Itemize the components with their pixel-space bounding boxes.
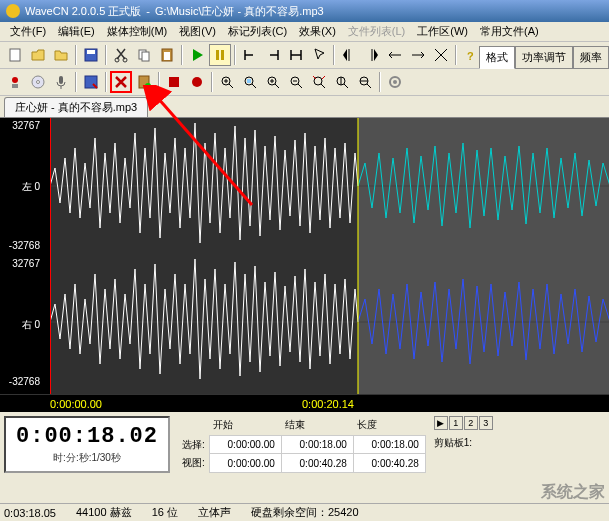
zoom-v-out-button[interactable] <box>354 71 376 93</box>
tab-format[interactable]: 格式 <box>479 46 515 69</box>
svg-rect-20 <box>169 77 179 87</box>
zoom-out-button[interactable] <box>285 71 307 93</box>
menu-media[interactable]: 媒体控制(M) <box>101 23 174 40</box>
delete-button[interactable] <box>110 71 132 93</box>
menu-marklist[interactable]: 标记列表(C) <box>222 23 293 40</box>
new-icon <box>7 47 23 63</box>
col-start: 开始 <box>209 416 281 435</box>
statusbar: 0:03:18.05 44100 赫兹 16 位 立体声 硬盘剩余空间：2542… <box>0 503 609 521</box>
marker-both-button[interactable] <box>285 44 307 66</box>
menu-filelist[interactable]: 文件列表(L) <box>342 23 411 40</box>
ruler-start: 0:00:00.00 <box>50 398 102 410</box>
sel-expand-l-button[interactable] <box>384 44 406 66</box>
marker-start-button[interactable] <box>239 44 261 66</box>
time-ruler[interactable]: 0:00:00.00 0:00:20.14 <box>0 394 609 412</box>
copy-button[interactable] <box>133 44 155 66</box>
stop-button[interactable] <box>163 71 185 93</box>
zoom-all-button[interactable] <box>308 71 330 93</box>
record-icon <box>189 74 205 90</box>
sel-end-value[interactable]: 0:00:18.00 <box>281 435 353 454</box>
svg-rect-16 <box>59 76 63 84</box>
status-samplerate: 44100 赫兹 <box>76 505 132 520</box>
paste-button[interactable] <box>156 44 178 66</box>
view-len-value[interactable]: 0:00:40.28 <box>353 454 425 473</box>
sel-expand-r-button[interactable] <box>407 44 429 66</box>
menu-view[interactable]: 视图(V) <box>173 23 222 40</box>
row-view-label: 视图: <box>178 454 209 473</box>
col-len: 长度 <box>353 416 425 435</box>
marker-end-icon <box>265 47 281 63</box>
status-diskspace: 硬盘剩余空间：25420 <box>251 505 359 520</box>
svg-point-21 <box>192 77 202 87</box>
label-right: 右 0 <box>0 318 40 332</box>
menu-file[interactable]: 文件(F) <box>4 23 52 40</box>
nav-page-3[interactable]: 3 <box>479 416 493 430</box>
menu-effect[interactable]: 效果(X) <box>293 23 342 40</box>
record-button[interactable] <box>186 71 208 93</box>
sel-right-button[interactable] <box>361 44 383 66</box>
zoom-v-out-icon <box>357 74 373 90</box>
nav-page-2[interactable]: 2 <box>464 416 478 430</box>
separator <box>211 72 213 92</box>
folder-open-icon <box>30 47 46 63</box>
sel-shrink-button[interactable] <box>430 44 452 66</box>
sel-start-value[interactable]: 0:00:00.00 <box>209 435 281 454</box>
tab-freq[interactable]: 频率 <box>573 46 609 69</box>
play-button[interactable] <box>186 44 208 66</box>
cursor-button[interactable] <box>308 44 330 66</box>
zoom-sel-button[interactable] <box>239 71 261 93</box>
svg-rect-6 <box>142 52 149 61</box>
record-device-icon <box>7 74 23 90</box>
marker-end-button[interactable] <box>262 44 284 66</box>
svg-rect-24 <box>247 79 251 83</box>
save-as-icon <box>83 74 99 90</box>
nav-page-1[interactable]: 1 <box>449 416 463 430</box>
col-end: 结束 <box>281 416 353 435</box>
settings-button[interactable] <box>384 71 406 93</box>
save-as-button[interactable] <box>80 71 102 93</box>
sel-len-value[interactable]: 0:00:18.00 <box>353 435 425 454</box>
sel-left-button[interactable] <box>338 44 360 66</box>
menu-edit[interactable]: 编辑(E) <box>52 23 101 40</box>
status-bits: 16 位 <box>152 505 178 520</box>
record-device-button[interactable] <box>4 71 26 93</box>
svg-rect-10 <box>221 50 224 60</box>
paste-icon <box>159 47 175 63</box>
zoom-v-in-button[interactable] <box>331 71 353 93</box>
tab-power[interactable]: 功率调节 <box>515 46 573 69</box>
nav-play-button[interactable]: ▶ <box>434 416 448 430</box>
sel-expand-r-icon <box>410 47 426 63</box>
timecode-display: 0:00:18.02 时:分:秒:1/30秒 <box>4 416 170 473</box>
copy-icon <box>136 47 152 63</box>
svg-point-31 <box>393 80 397 84</box>
save-button[interactable] <box>80 44 102 66</box>
cursor-icon <box>311 47 327 63</box>
open-folder-button[interactable] <box>50 44 72 66</box>
menubar: 文件(F) 编辑(E) 媒体控制(M) 视图(V) 标记列表(C) 效果(X) … <box>0 22 609 42</box>
view-start-value[interactable]: 0:00:00.00 <box>209 454 281 473</box>
new-button[interactable] <box>4 44 26 66</box>
separator <box>105 45 107 65</box>
cut-button[interactable] <box>110 44 132 66</box>
waveform-canvas[interactable] <box>50 118 609 394</box>
folder-icon <box>53 47 69 63</box>
menu-commonfile[interactable]: 常用文件(A) <box>474 23 545 40</box>
file-tab[interactable]: 庄心妍 - 真的不容易.mp3 <box>4 97 148 117</box>
waveform-area[interactable]: 32767 左 0 -32768 32767 右 0 -32768 <box>0 118 609 394</box>
paste-new-button[interactable] <box>133 71 155 93</box>
save-icon <box>83 47 99 63</box>
mic-button[interactable] <box>50 71 72 93</box>
zoom-in-button[interactable] <box>262 71 284 93</box>
view-end-value[interactable]: 0:00:40.28 <box>281 454 353 473</box>
cd-button[interactable] <box>27 71 49 93</box>
toolbar-2 <box>0 69 609 96</box>
label-r-min: -32768 <box>0 376 40 387</box>
watermark: 系统之家 <box>541 482 605 503</box>
menu-workspace[interactable]: 工作区(W) <box>411 23 474 40</box>
zoom-fit-button[interactable] <box>216 71 238 93</box>
svg-rect-0 <box>10 49 20 61</box>
pause-button[interactable] <box>209 44 231 66</box>
open-button[interactable] <box>27 44 49 66</box>
stop-icon <box>166 74 182 90</box>
separator <box>181 45 183 65</box>
